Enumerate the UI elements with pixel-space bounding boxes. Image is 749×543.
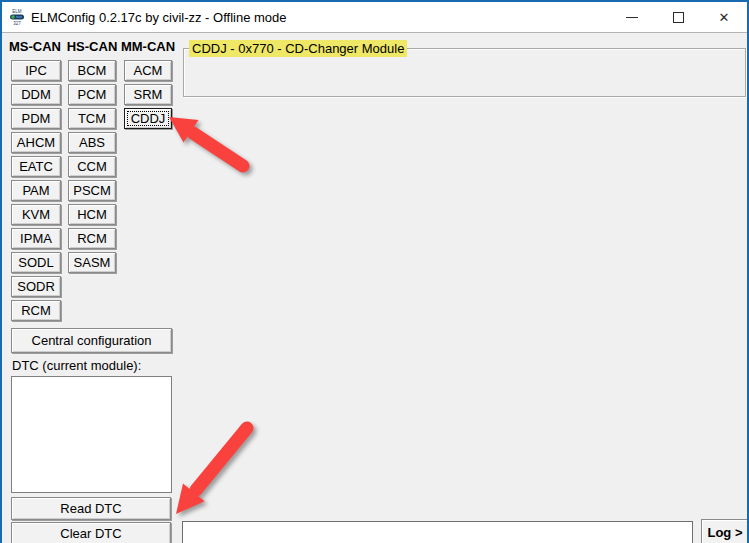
caption-buttons: ✕ xyxy=(609,2,747,32)
column-header-mm-can: MM-CAN xyxy=(120,39,176,54)
module-button-kvm[interactable]: KVM xyxy=(11,204,61,225)
arrow-to-cddj-button xyxy=(169,117,243,166)
module-button-ccm[interactable]: CCM xyxy=(68,156,116,177)
mm-can-column: ACMSRMCDDJ xyxy=(124,60,172,132)
module-button-acm[interactable]: ACM xyxy=(124,60,172,81)
central-configuration-button[interactable]: Central configuration xyxy=(11,328,172,353)
minimize-button[interactable] xyxy=(609,2,655,32)
module-button-srm[interactable]: SRM xyxy=(124,84,172,105)
module-button-ahcm[interactable]: AHCM xyxy=(11,132,61,153)
dtc-listbox[interactable] xyxy=(11,376,172,493)
log-toggle-button[interactable]: Log > xyxy=(701,519,749,543)
read-dtc-button[interactable]: Read DTC xyxy=(11,497,171,520)
module-button-rcm[interactable]: RCM xyxy=(11,300,61,321)
module-button-abs[interactable]: ABS xyxy=(68,132,116,153)
module-button-sasm[interactable]: SASM xyxy=(68,252,116,273)
command-input[interactable] xyxy=(182,521,693,543)
dtc-label: DTC (current module): xyxy=(12,358,141,373)
minimize-icon xyxy=(626,17,638,18)
module-button-rcm[interactable]: RCM xyxy=(68,228,116,249)
module-button-cddj[interactable]: CDDJ xyxy=(124,108,172,129)
module-button-ipc[interactable]: IPC xyxy=(11,60,61,81)
hs-can-column: BCMPCMTCMABSCCMPSCMHCMRCMSASM xyxy=(68,60,116,276)
module-button-ipma[interactable]: IPMA xyxy=(11,228,61,249)
module-group-title: CDDJ - 0x770 - CD-Changer Module xyxy=(189,40,407,57)
module-button-pam[interactable]: PAM xyxy=(11,180,61,201)
ms-can-column: IPCDDMPDMAHCMEATCPAMKVMIPMASODLSODRRCM xyxy=(11,60,61,324)
window-title: ELMConfig 0.2.17c by civil-zz - Offline … xyxy=(31,10,287,25)
column-header-hs-can: HS-CAN xyxy=(64,39,120,54)
maximize-icon xyxy=(673,12,684,23)
module-button-bcm[interactable]: BCM xyxy=(68,60,116,81)
close-icon: ✕ xyxy=(719,11,730,24)
svg-text:327: 327 xyxy=(13,21,21,26)
module-button-pscm[interactable]: PSCM xyxy=(68,180,116,201)
module-button-tcm[interactable]: TCM xyxy=(68,108,116,129)
maximize-button[interactable] xyxy=(655,2,701,32)
window-border-top xyxy=(0,0,749,2)
module-button-sodr[interactable]: SODR xyxy=(11,276,61,297)
close-button[interactable]: ✕ xyxy=(701,2,747,32)
module-button-hcm[interactable]: HCM xyxy=(68,204,116,225)
column-header-ms-can: MS-CAN xyxy=(6,39,64,54)
module-groupbox: CDDJ - 0x770 - CD-Changer Module xyxy=(183,48,746,97)
module-button-sodl[interactable]: SODL xyxy=(11,252,61,273)
module-button-ddm[interactable]: DDM xyxy=(11,84,61,105)
clear-dtc-button[interactable]: Clear DTC xyxy=(11,522,171,543)
module-button-pdm[interactable]: PDM xyxy=(11,108,61,129)
titlebar: ELM 327 ELMConfig 0.2.17c by civil-zz - … xyxy=(2,2,747,33)
module-button-eatc[interactable]: EATC xyxy=(11,156,61,177)
arrow-to-read-dtc-button xyxy=(176,428,247,514)
app-icon: ELM 327 xyxy=(8,8,26,26)
elmconfig-window: ELM 327 ELMConfig 0.2.17c by civil-zz - … xyxy=(0,0,749,543)
svg-text:ELM: ELM xyxy=(12,9,22,14)
window-border-left xyxy=(0,0,2,543)
module-button-pcm[interactable]: PCM xyxy=(68,84,116,105)
